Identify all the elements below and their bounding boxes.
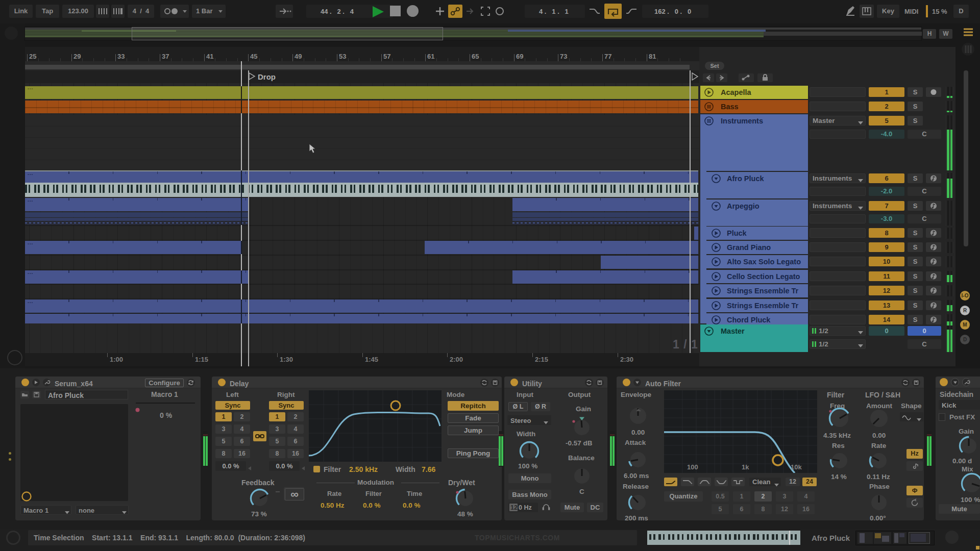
svg-text:100: 100 [687, 463, 698, 471]
svg-text:1k: 1k [742, 463, 749, 471]
svg-text:10k: 10k [791, 463, 802, 471]
